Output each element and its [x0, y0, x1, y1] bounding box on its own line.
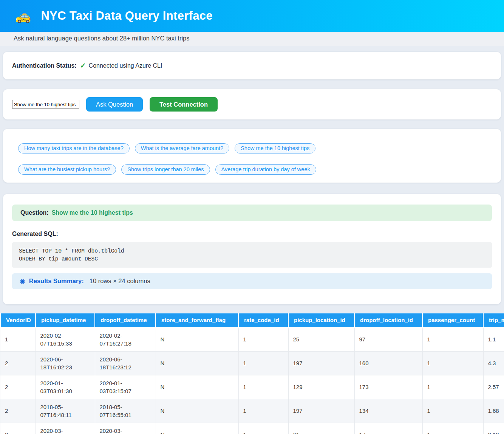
- query-card: Ask Question Test Connection: [3, 89, 501, 119]
- table-cell: 1: [422, 327, 483, 352]
- example-question-chip[interactable]: What is the average fare amount?: [135, 143, 229, 153]
- table-cell: 2: [0, 375, 36, 399]
- question-label: Question:: [20, 209, 49, 216]
- ask-question-button[interactable]: Ask Question: [86, 97, 143, 112]
- example-chip-row-2: What are the busiest pickup hours?Show t…: [18, 164, 486, 175]
- sql-code-block: SELECT TOP 10 * FROM dbo.tblGold ORDER B…: [12, 242, 492, 268]
- table-row: 12020-02-07T16:15:332020-02-07T16:27:18N…: [0, 327, 504, 352]
- results-summary-label: Results Summary:: [29, 277, 84, 285]
- generated-sql-label: Generated SQL:: [12, 231, 492, 237]
- table-row: 22020-01-03T03:01:302020-01-03T03:15:07N…: [0, 375, 504, 399]
- table-cell: N: [156, 351, 238, 375]
- table-cell: 1: [422, 351, 483, 375]
- table-cell: N: [156, 423, 238, 434]
- table-cell: 1: [422, 423, 483, 434]
- table-cell: 1: [0, 327, 36, 352]
- table-body: 12020-02-07T16:15:332020-02-07T16:27:18N…: [0, 327, 504, 434]
- table-cell: 2018-05-07T16:48:11: [36, 399, 95, 423]
- table-cell: 2: [0, 423, 36, 434]
- table-row: 22020-06-18T16:02:232020-06-18T16:23:12N…: [0, 351, 504, 375]
- example-chip-row-1: How many taxi trips are in the database?…: [18, 143, 486, 153]
- app-subtitle: Ask natural language questions about 28+…: [0, 32, 504, 46]
- table-cell: 1: [238, 423, 288, 434]
- table-cell: N: [156, 327, 238, 352]
- table-cell: 173: [354, 375, 422, 399]
- table-cell: 2020-02-07T16:15:33: [36, 327, 95, 352]
- table-header-row: VendorIDpickup_datetimedropoff_datetimes…: [0, 313, 504, 327]
- table-cell: 1: [238, 399, 288, 423]
- test-connection-button[interactable]: Test Connection: [150, 97, 218, 112]
- table-cell: 1: [422, 399, 483, 423]
- column-header: store_and_forward_flag: [156, 313, 238, 327]
- table-cell: 4.3: [483, 351, 504, 375]
- table-cell: 197: [288, 399, 354, 423]
- table-cell: 25: [288, 327, 354, 352]
- table-cell: 2020-06-18T16:23:12: [95, 351, 156, 375]
- auth-status-card: Authentication Status: ✓ Connected using…: [3, 52, 501, 79]
- results-summary-text: 10 rows × 24 columns: [90, 277, 150, 285]
- example-question-chip[interactable]: Show me the 10 highest tips: [235, 143, 315, 153]
- table-cell: 2020-03-09T16:55:23: [36, 423, 95, 434]
- results-table-container[interactable]: VendorIDpickup_datetimedropoff_datetimes…: [0, 313, 504, 434]
- column-header: passenger_count: [422, 313, 483, 327]
- results-summary-bar: ◉ Results Summary: 10 rows × 24 columns: [12, 273, 492, 289]
- table-cell: 2.57: [483, 375, 504, 399]
- table-cell: 1: [238, 327, 288, 352]
- column-header: pickup_location_id: [288, 313, 354, 327]
- column-header: dropoff_datetime: [95, 313, 156, 327]
- table-cell: 160: [354, 351, 422, 375]
- table-cell: 1.68: [483, 399, 504, 423]
- example-question-chip[interactable]: How many taxi trips are in the database?: [18, 143, 130, 153]
- results-table: VendorIDpickup_datetimedropoff_datetimes…: [0, 313, 504, 434]
- column-header: pickup_datetime: [36, 313, 95, 327]
- table-cell: 2018-05-07T16:55:01: [95, 399, 156, 423]
- results-card: Question: Show me the 10 highest tips Ge…: [3, 194, 501, 304]
- record-icon: ◉: [20, 277, 25, 285]
- question-text: Show me the 10 highest tips: [52, 209, 133, 216]
- table-cell: 61: [288, 423, 354, 434]
- table-cell: 197: [288, 351, 354, 375]
- table-cell: 1: [238, 351, 288, 375]
- question-bar: Question: Show me the 10 highest tips: [12, 205, 492, 221]
- example-questions-card: How many taxi trips are in the database?…: [3, 129, 501, 183]
- table-cell: 1: [238, 375, 288, 399]
- auth-status-value: Connected using Azure CLI: [89, 62, 162, 69]
- check-icon: ✓: [80, 61, 86, 70]
- table-cell: 97: [354, 327, 422, 352]
- table-cell: 1: [422, 375, 483, 399]
- table-row: 22018-05-07T16:48:112018-05-07T16:55:01N…: [0, 399, 504, 423]
- auth-status-label: Authentication Status:: [12, 62, 77, 69]
- column-header: trip_miles: [483, 313, 504, 327]
- table-cell: 2020-06-18T16:02:23: [36, 351, 95, 375]
- taxi-icon: 🚕: [15, 8, 31, 23]
- example-question-chip[interactable]: Show trips longer than 20 miles: [121, 164, 210, 175]
- app-header: 🚕 NYC Taxi Data Query Interface: [0, 0, 504, 32]
- question-input[interactable]: [12, 100, 79, 109]
- table-cell: N: [156, 399, 238, 423]
- column-header: rate_code_id: [238, 313, 288, 327]
- table-cell: 2.18: [483, 423, 504, 434]
- example-question-chip[interactable]: Average trip duration by day of week: [215, 164, 316, 175]
- table-cell: 2020-02-07T16:27:18: [95, 327, 156, 352]
- table-cell: 17: [354, 423, 422, 434]
- table-cell: 2020-01-03T03:01:30: [36, 375, 95, 399]
- column-header: dropoff_location_id: [354, 313, 422, 327]
- page-title: NYC Taxi Data Query Interface: [41, 9, 212, 23]
- table-cell: 1.1: [483, 327, 504, 352]
- column-header: VendorID: [0, 313, 36, 327]
- table-cell: 2: [0, 399, 36, 423]
- example-question-chip[interactable]: What are the busiest pickup hours?: [18, 164, 116, 175]
- table-row: 22020-03-09T16:55:232020-03-09T17:08:03N…: [0, 423, 504, 434]
- table-cell: 2020-03-09T17:08:03: [95, 423, 156, 434]
- table-cell: 2020-01-03T03:15:07: [95, 375, 156, 399]
- table-cell: 2: [0, 351, 36, 375]
- table-cell: N: [156, 375, 238, 399]
- table-cell: 129: [288, 375, 354, 399]
- table-cell: 134: [354, 399, 422, 423]
